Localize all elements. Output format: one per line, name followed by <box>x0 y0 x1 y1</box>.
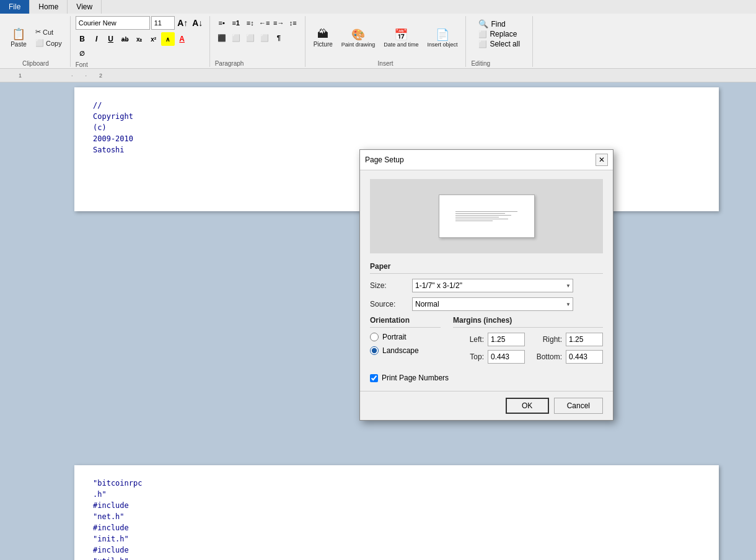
indent-dec-button[interactable]: ←≡ <box>258 16 271 30</box>
margins-section: Margins (inches) Left: Top: <box>453 316 603 367</box>
tab-view[interactable]: View <box>68 0 102 14</box>
document-text-bottom: "bitcoinrpc .h" #include "net.h" #includ… <box>93 478 700 560</box>
paste-button[interactable]: 📋 Paste <box>6 25 31 50</box>
list-number-button[interactable]: ≡1 <box>229 16 243 30</box>
paragraph-controls: ≡• ≡1 ≡↕ ←≡ ≡→ ↕≡ ⬛ ⬜ ⬜ ⬜ ¶ <box>215 16 300 59</box>
top-label: Top: <box>453 352 484 361</box>
landscape-radio[interactable] <box>370 346 379 355</box>
tab-file[interactable]: File <box>0 0 30 14</box>
paper-source-select[interactable]: Normal Tray 1 Tray 2 <box>412 297 573 311</box>
preview-line <box>455 215 511 216</box>
strikethrough-button[interactable]: ab <box>118 32 132 46</box>
indent-inc-button[interactable]: ≡→ <box>272 16 286 30</box>
ribbon-group-editing: 🔍 Find ⬜ Replace ⬜ Select all Editing <box>466 16 533 67</box>
ruler: 1 · · 2 <box>0 69 756 82</box>
calendar-icon: 📅 <box>394 28 408 42</box>
paste-icon: 📋 <box>12 27 25 41</box>
right-label: Right: <box>531 335 562 344</box>
justify-button[interactable]: ⬜ <box>258 31 271 45</box>
portrait-row: Portrait <box>370 333 441 341</box>
preview-line <box>455 221 493 221</box>
subscript-button[interactable]: x₂ <box>133 32 146 46</box>
select-icon: ⬜ <box>478 40 487 48</box>
size-select-wrapper: 1-1/7" x 3-1/2" Letter A4 Legal <box>412 279 573 292</box>
ribbon-group-clipboard: 📋 Paste ✂ Cut ⬜ Copy Clipboard <box>1 16 71 67</box>
picture-button[interactable]: 🏔 Picture <box>310 26 336 50</box>
tab-home[interactable]: Home <box>30 0 68 14</box>
document-paper-bottom[interactable]: "bitcoinrpc .h" #include "net.h" #includ… <box>74 465 719 560</box>
document-text-top: // Copyright (c) 2009-2010 Satoshi <box>93 100 700 155</box>
right-margin-input[interactable] <box>566 333 603 346</box>
main-area: 1 · · 2 // Copyright (c) 2009-2010 Satos… <box>0 69 756 560</box>
margins-left-top: Left: Top: <box>453 333 525 367</box>
ribbon-tabs: File Home View <box>0 0 756 14</box>
font-color-button[interactable]: A <box>175 32 189 46</box>
insert-object-button[interactable]: 📄 Insert object <box>424 26 460 50</box>
superscript-button[interactable]: x² <box>147 32 160 46</box>
date-time-button[interactable]: 📅 Date and time <box>380 26 421 50</box>
cut-copy-col: ✂ Cut ⬜ Copy <box>32 27 65 48</box>
paint-drawing-button[interactable]: 🎨 Paint drawing <box>338 26 379 50</box>
clear-format-button[interactable]: ∅ <box>76 46 89 60</box>
left-margin-input[interactable] <box>488 333 525 346</box>
page-preview <box>439 195 535 238</box>
ok-button[interactable]: OK <box>506 398 549 414</box>
font-name-input[interactable] <box>76 16 150 30</box>
paper-size-select[interactable]: 1-1/7" x 3-1/2" Letter A4 Legal <box>412 279 573 292</box>
list-bullet-button[interactable]: ≡• <box>215 16 229 30</box>
clipboard-label: Clipboard <box>22 60 49 67</box>
bold-button[interactable]: B <box>76 32 89 46</box>
clipboard-content: 📋 Paste ✂ Cut ⬜ Copy <box>6 16 65 59</box>
grow-font-button[interactable]: A↑ <box>176 16 190 30</box>
paragraph-top-btns: ≡• ≡1 ≡↕ ←≡ ≡→ ↕≡ <box>215 16 300 30</box>
multilevel-list-button[interactable]: ≡↕ <box>244 16 257 30</box>
find-icon: 🔍 <box>478 19 488 28</box>
align-center-button[interactable]: ⬜ <box>229 31 243 45</box>
margins-label: Margins (inches) <box>453 316 603 328</box>
paragraph-label: Paragraph <box>215 60 244 67</box>
dialog-close-button[interactable]: ✕ <box>596 154 608 166</box>
bottom-margin-input[interactable] <box>566 350 603 364</box>
format-buttons: B I U ab x₂ x² ∧ A ∅ <box>76 32 200 60</box>
preview-line <box>455 211 517 212</box>
underline-button[interactable]: U <box>104 32 118 46</box>
print-page-numbers-checkbox[interactable] <box>370 374 378 382</box>
editing-label: Editing <box>471 60 490 67</box>
preview-line <box>455 219 508 219</box>
line-spacing-button[interactable]: ↕≡ <box>286 16 300 30</box>
show-hide-button[interactable]: ¶ <box>272 31 286 45</box>
left-margin-row: Left: <box>453 333 525 346</box>
print-page-numbers-label: Print Page Numbers <box>382 374 449 382</box>
orientation-label: Orientation <box>370 316 441 328</box>
portrait-radio[interactable] <box>370 333 379 341</box>
top-margin-input[interactable] <box>488 350 525 364</box>
find-button[interactable]: 🔍 Find <box>476 19 522 29</box>
source-row: Source: Normal Tray 1 Tray 2 <box>370 297 603 311</box>
select-all-button[interactable]: ⬜ Select all <box>476 39 522 49</box>
right-margin-row: Right: <box>531 333 603 346</box>
ribbon-body: 📋 Paste ✂ Cut ⬜ Copy Clipboard <box>0 14 756 68</box>
copy-icon: ⬜ <box>35 39 44 47</box>
document-area: 1 · · 2 // Copyright (c) 2009-2010 Satos… <box>0 69 756 560</box>
size-row: Size: 1-1/7" x 3-1/2" Letter A4 Legal <box>370 279 603 292</box>
picture-icon: 🏔 <box>317 28 328 41</box>
highlight-button[interactable]: ∧ <box>161 32 175 46</box>
ribbon: File Home View 📋 Paste ✂ Cut ⬜ Copy <box>0 0 756 69</box>
dialog-body: Paper Size: 1-1/7" x 3-1/2" Letter A4 Le… <box>360 170 613 391</box>
page-setup-dialog: Page Setup ✕ <box>359 149 613 421</box>
font-size-input[interactable] <box>151 16 175 30</box>
ribbon-group-paragraph: ≡• ≡1 ≡↕ ←≡ ≡→ ↕≡ ⬛ ⬜ ⬜ ⬜ ¶ Paragraph <box>210 16 305 67</box>
replace-button[interactable]: ⬜ Replace <box>476 29 522 39</box>
align-right-button[interactable]: ⬜ <box>244 31 257 45</box>
align-left-button[interactable]: ⬛ <box>215 31 229 45</box>
cancel-button[interactable]: Cancel <box>554 398 603 414</box>
cut-button[interactable]: ✂ Cut <box>32 27 65 37</box>
copy-button[interactable]: ⬜ Copy <box>32 38 65 48</box>
insert-icon: 📄 <box>436 28 449 42</box>
font-controls: A↑ A↓ B I U ab x₂ x² ∧ A ∅ <box>76 16 204 60</box>
font-name-row: A↑ A↓ <box>76 16 204 30</box>
orientation-section: Orientation Portrait Landscape <box>370 316 441 367</box>
shrink-font-button[interactable]: A↓ <box>191 16 204 30</box>
italic-button[interactable]: I <box>90 32 103 46</box>
landscape-row: Landscape <box>370 346 441 355</box>
